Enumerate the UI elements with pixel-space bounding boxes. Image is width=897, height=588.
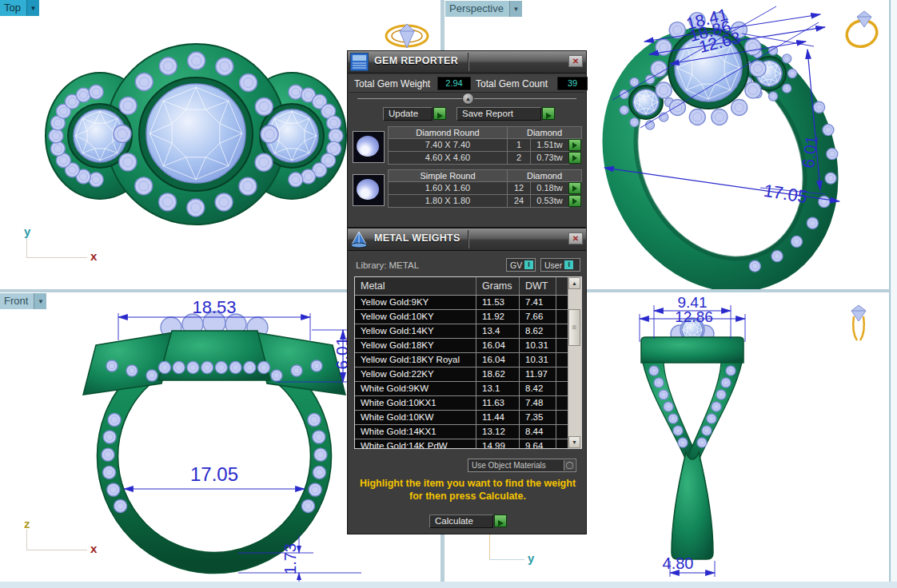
save-report-button[interactable]: Save Report (456, 107, 541, 121)
user-toggle-label: User (544, 260, 562, 270)
gem-row-arrow-button[interactable] (568, 139, 581, 151)
metal-row[interactable]: Yellow Gold:22KY 18.62 11.97 (355, 368, 581, 382)
total-gem-count-value: 39 (557, 77, 588, 90)
metal-grams: 13.12 (476, 425, 520, 439)
instruction-text: Highlight the item you want to find the … (356, 478, 580, 503)
metal-grams: 11.53 (476, 296, 520, 309)
gem-reporter-titlebar[interactable]: GEM REPORTER ✕ (348, 51, 586, 74)
metal-row[interactable]: Yellow Gold:14KY 13.4 8.62 (355, 324, 581, 339)
dim-front-thickness: 1.73 (281, 543, 300, 574)
metal-dwt: 7.66 (520, 310, 556, 324)
dialog-title: METAL WEIGHTS (374, 232, 460, 244)
update-button[interactable]: Update (383, 107, 433, 121)
close-icon[interactable]: ✕ (568, 232, 583, 244)
gem-reporter-dialog: GEM REPORTER ✕ Total Gem Weight 2.94 Tot… (347, 50, 587, 228)
metal-dwt: 9.64 (520, 439, 556, 449)
scroll-up-icon[interactable]: ▲ (568, 277, 580, 289)
gem-size: 7.40 X 7.40 (388, 139, 508, 152)
dropdown-icon[interactable]: ◯ (564, 460, 575, 471)
axis-label-x: x (90, 249, 97, 263)
library-label: Library: METAL (356, 260, 419, 270)
chevron-down-icon[interactable]: ▼ (509, 1, 522, 17)
metal-grams: 13.4 (476, 324, 520, 338)
calculate-arrow-button[interactable] (494, 514, 507, 527)
gem-material-header: Diamond (507, 169, 582, 182)
viewport-tab-top[interactable]: Top ▼ (0, 0, 39, 16)
metal-row[interactable]: White Gold:9KW 13.1 8.42 (355, 382, 581, 396)
gem-size: 1.80 X 1.80 (388, 195, 508, 208)
update-arrow-button[interactable] (433, 107, 446, 120)
dim-side-bottom-width: 4.80 (663, 554, 694, 573)
gv-toggle-label: GV (510, 260, 522, 270)
scroll-down-icon[interactable]: ▼ (568, 436, 580, 448)
metal-table-scrollbar[interactable]: ▲ ▼ (568, 277, 581, 448)
metal-row[interactable]: White Gold:14K PdW 14.99 9.64 (355, 439, 581, 449)
user-toggle-indicator: I (564, 260, 573, 269)
metal-dwt: 8.44 (520, 425, 556, 439)
gem-image (357, 136, 379, 157)
window-edge (0, 582, 897, 588)
axis-line (26, 550, 87, 550)
close-icon[interactable]: ✕ (568, 55, 583, 67)
ring-thumbnail-icon (384, 19, 430, 53)
metal-name: White Gold:9KW (355, 382, 476, 395)
viewport-tab-perspective[interactable]: Perspective ▼ (445, 1, 522, 17)
ring-thumbnail-icon (839, 6, 884, 51)
gem-weight: 0.18tw (530, 182, 569, 195)
gem-weight: 1.51tw (530, 139, 569, 152)
viewport-tab-front[interactable]: Front ▼ (0, 293, 46, 309)
gem-table: Diamond Round Diamond 7.40 X 7.40 1 1.51… (388, 126, 583, 165)
metal-row[interactable]: White Gold:14KX1 13.12 8.44 (355, 425, 581, 439)
gem-row-arrow-button[interactable] (568, 152, 581, 164)
gem-row-arrow-button[interactable] (568, 195, 581, 207)
gem-image (357, 179, 379, 200)
metal-dwt: 10.31 (520, 339, 556, 352)
chevron-down-icon[interactable]: ▼ (26, 0, 39, 16)
gv-toggle-indicator: I (524, 260, 533, 269)
metal-dwt: 8.62 (520, 324, 556, 338)
axis-label-x: x (90, 542, 97, 555)
gem-row-arrow-button[interactable] (568, 182, 581, 194)
metal-row[interactable]: Yellow Gold:9KY 11.53 7.41 (355, 296, 581, 310)
titlebar-separator (468, 53, 469, 71)
axis-line (26, 257, 87, 258)
gem-weight: 0.73tw (530, 152, 569, 165)
metal-grams: 14.99 (476, 439, 520, 449)
panel-slider-knob[interactable]: ▲ (462, 93, 474, 105)
axis-line (26, 530, 27, 550)
viewport-tab-label: Front (0, 293, 34, 309)
metal-grams: 11.44 (476, 411, 520, 424)
metal-weights-titlebar[interactable]: METAL WEIGHTS ✕ (348, 228, 586, 251)
gem-count: 2 (507, 152, 531, 165)
metal-name: Yellow Gold:22KY (355, 368, 476, 381)
metal-row[interactable]: White Gold:10KW 11.44 7.35 (355, 411, 581, 425)
calculate-button[interactable]: Calculate (429, 514, 493, 528)
use-object-materials-dropdown[interactable]: Use Object Materials ◯ (468, 459, 576, 472)
gem-count: 12 (507, 182, 531, 195)
user-toggle-button[interactable]: User I (540, 258, 580, 272)
metal-grams: 18.62 (476, 368, 520, 381)
gem-thumbnail (353, 174, 385, 206)
metal-weights-dialog: METAL WEIGHTS ✕ Library: METAL GV I User… (347, 228, 587, 534)
metal-table: Metal Grams DWT Yellow Gold:9KY 11.53 7.… (354, 276, 582, 449)
metal-row[interactable]: White Gold:10KX1 11.63 7.48 (355, 396, 581, 411)
total-gem-weight-label: Total Gem Weight (354, 78, 430, 89)
chevron-down-icon[interactable]: ▼ (34, 293, 46, 309)
metal-name: White Gold:10KW (355, 411, 476, 424)
save-report-arrow-button[interactable] (542, 107, 555, 120)
viewport-tab-label: Top (0, 0, 26, 16)
column-header-dwt: DWT (520, 277, 556, 295)
scrollbar-thumb[interactable] (568, 309, 580, 346)
metal-row-spacer (556, 439, 568, 449)
metal-name: Yellow Gold:10KY (355, 310, 476, 324)
column-header-metal: Metal (355, 277, 476, 295)
total-gem-weight-value: 2.94 (437, 77, 471, 90)
gv-toggle-button[interactable]: GV I (506, 258, 536, 272)
dropdown-label: Use Object Materials (472, 461, 546, 470)
metal-name: Yellow Gold:18KY (355, 339, 476, 352)
metal-name: White Gold:14KX1 (355, 425, 476, 439)
metal-table-body: Yellow Gold:9KY 11.53 7.41 Yellow Gold:1… (355, 296, 581, 449)
metal-row[interactable]: Yellow Gold:10KY 11.92 7.66 (355, 310, 581, 324)
metal-row[interactable]: Yellow Gold:18KY Royal 16.04 10.31 (355, 353, 581, 368)
metal-row[interactable]: Yellow Gold:18KY 16.04 10.31 (355, 339, 581, 353)
